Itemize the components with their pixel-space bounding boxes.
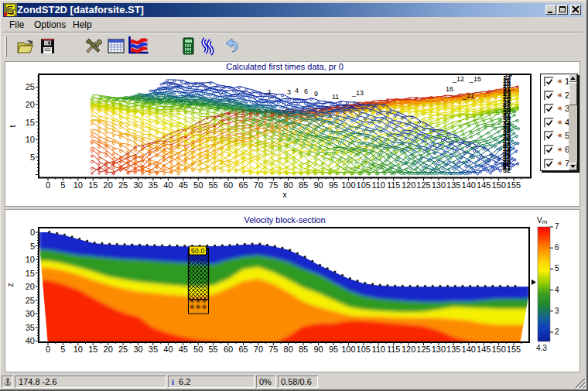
svg-text:130: 130 (432, 180, 446, 190)
svg-text:35: 35 (149, 345, 158, 354)
svg-text:15: 15 (88, 180, 97, 190)
svg-text:90: 90 (313, 180, 323, 190)
svg-text:11: 11 (332, 93, 339, 101)
svg-text:65: 65 (238, 180, 248, 190)
svg-text:85: 85 (299, 345, 308, 354)
svg-text:105: 105 (357, 180, 371, 190)
svg-text:20: 20 (104, 345, 113, 354)
svg-text:65: 65 (238, 345, 248, 354)
svg-text:140: 140 (462, 180, 476, 190)
svg-text:155: 155 (507, 345, 521, 354)
svg-text:25: 25 (26, 296, 35, 305)
svg-text:40: 40 (163, 180, 173, 190)
svg-text:145: 145 (477, 180, 491, 190)
svg-text:10: 10 (26, 135, 35, 144)
svg-text:55: 55 (208, 345, 217, 354)
svg-text:50: 50 (193, 180, 203, 190)
svg-text:z: z (5, 283, 15, 287)
svg-text:115: 115 (387, 345, 401, 354)
svg-text:100: 100 (341, 180, 355, 190)
svg-text:5: 5 (60, 180, 65, 190)
svg-text:100: 100 (341, 345, 355, 354)
svg-text:140: 140 (462, 345, 476, 354)
svg-text:Calculated first times data,: Calculated first times data, pr 0 (226, 62, 344, 71)
svg-text:15: 15 (26, 269, 35, 278)
svg-text:85: 85 (299, 180, 308, 190)
svg-text:52: 52 (503, 166, 511, 174)
svg-text:55: 55 (208, 180, 217, 190)
svg-text:5: 5 (30, 242, 35, 251)
svg-text:155: 155 (507, 180, 521, 190)
svg-text:80: 80 (284, 345, 293, 354)
svg-text:45: 45 (179, 180, 188, 190)
svg-text:75: 75 (268, 345, 278, 354)
svg-text:150: 150 (491, 180, 505, 190)
svg-text:t: t (8, 125, 17, 127)
svg-text:150: 150 (491, 345, 505, 354)
svg-text:15: 15 (88, 345, 97, 354)
svg-text:✳: ✳ (201, 303, 207, 311)
svg-text:125: 125 (416, 180, 430, 190)
svg-text:70: 70 (254, 345, 263, 354)
svg-text:80: 80 (284, 180, 293, 190)
svg-text:4: 4 (555, 286, 559, 294)
svg-text:30: 30 (26, 309, 35, 318)
svg-text:9: 9 (314, 90, 318, 98)
svg-text:30: 30 (133, 345, 142, 354)
svg-text:145: 145 (477, 345, 491, 354)
svg-text:5: 5 (60, 345, 65, 354)
svg-text:35: 35 (149, 180, 158, 190)
svg-text:50.0: 50.0 (191, 247, 205, 255)
svg-text:25: 25 (26, 82, 35, 91)
svg-text:60: 60 (224, 345, 233, 354)
svg-text:6: 6 (555, 243, 559, 252)
svg-text:3: 3 (287, 88, 291, 96)
svg-text:5: 5 (30, 153, 35, 162)
svg-text:0: 0 (46, 180, 50, 190)
svg-text:25: 25 (118, 180, 128, 190)
svg-text:10: 10 (74, 345, 83, 354)
svg-text:Velocity block-section: Velocity block-section (244, 215, 325, 225)
svg-text:20: 20 (104, 180, 113, 190)
svg-text:120: 120 (402, 345, 415, 354)
svg-text:7: 7 (555, 222, 559, 231)
svg-text:120: 120 (402, 180, 415, 190)
svg-text:125: 125 (416, 345, 430, 354)
svg-text:4.3: 4.3 (536, 344, 547, 352)
svg-text:135: 135 (446, 345, 460, 354)
svg-text:3: 3 (555, 307, 559, 315)
svg-text:5: 5 (555, 264, 559, 273)
svg-text:35: 35 (26, 323, 35, 332)
svg-text:30: 30 (133, 180, 142, 190)
svg-text:110: 110 (371, 345, 385, 354)
svg-text:50: 50 (193, 345, 203, 354)
svg-text:25: 25 (118, 345, 128, 354)
svg-text:4: 4 (295, 87, 299, 94)
svg-text:2: 2 (555, 328, 559, 336)
svg-text:15: 15 (26, 118, 35, 127)
svg-text:40: 40 (26, 336, 35, 345)
svg-text:115: 115 (387, 180, 401, 190)
svg-text:110: 110 (371, 180, 385, 190)
svg-text:70: 70 (254, 180, 263, 190)
svg-text:130: 130 (432, 345, 446, 354)
svg-text:20: 20 (26, 100, 35, 109)
svg-text:_21: _21 (462, 92, 474, 100)
svg-text:90: 90 (313, 345, 323, 354)
svg-text:95: 95 (329, 345, 338, 354)
svg-text:16: 16 (446, 85, 453, 93)
svg-text:0: 0 (46, 345, 50, 354)
svg-text:10: 10 (74, 180, 83, 190)
svg-text:10: 10 (26, 255, 35, 264)
svg-text:_15: _15 (469, 75, 481, 83)
svg-text:45: 45 (179, 345, 188, 354)
svg-text:40: 40 (163, 345, 173, 354)
svg-text:75: 75 (268, 180, 278, 190)
svg-text:0: 0 (30, 228, 35, 237)
svg-text:_13: _13 (351, 89, 364, 97)
svg-text:_12: _12 (452, 75, 464, 83)
svg-text:135: 135 (446, 180, 460, 190)
svg-text:105: 105 (357, 345, 371, 354)
svg-text:6: 6 (304, 87, 308, 95)
svg-text:1: 1 (268, 88, 272, 96)
